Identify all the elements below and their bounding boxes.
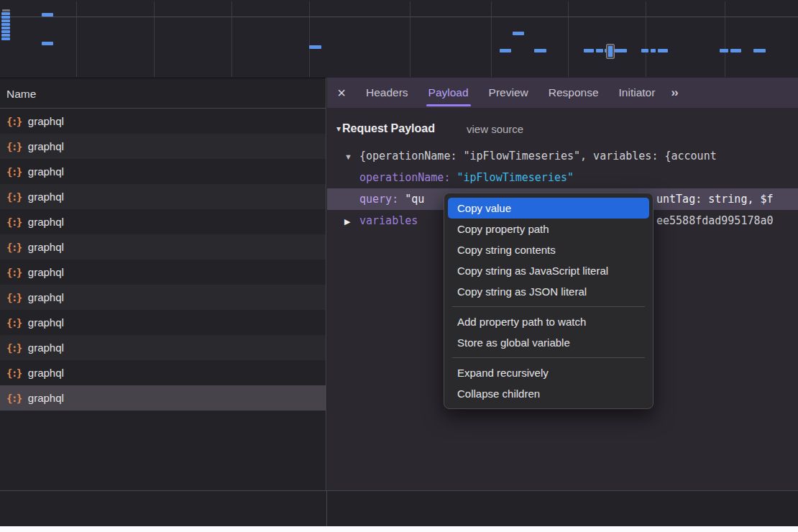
tab-payload[interactable]: Payload [418, 78, 479, 108]
menu-item-store-as-global-variable[interactable]: Store as global variable [448, 332, 649, 353]
request-row[interactable]: {:}graphql [0, 385, 326, 411]
json-braces-icon: {:} [6, 292, 22, 303]
request-row[interactable]: {:}graphql [0, 335, 326, 360]
grid-line-vertical [76, 1, 77, 77]
json-braces-icon: {:} [6, 367, 22, 379]
waterfall-overview[interactable] [0, 0, 798, 78]
property-value: "ipFlowTimeseries" [457, 171, 574, 184]
request-payload-section-header[interactable]: ▾ Request Payload view source [327, 116, 798, 141]
json-braces-icon: {:} [6, 216, 22, 228]
grid-line-vertical [231, 1, 232, 77]
expand-arrow-icon[interactable]: ▶ [344, 211, 359, 231]
property-key: query: [359, 193, 398, 206]
tree-root-row[interactable]: ▼{operationName: "ipFlowTimeseries", var… [327, 145, 798, 167]
request-name: graphql [28, 316, 64, 329]
json-braces-icon: {:} [6, 393, 22, 404]
waterfall-bar [1, 16, 10, 19]
tab-response[interactable]: Response [538, 78, 609, 108]
request-name: graphql [28, 266, 64, 278]
waterfall-bar [500, 49, 511, 52]
waterfall-bar [1, 19, 10, 22]
waterfall-bar [1, 34, 10, 37]
json-braces-icon: {:} [6, 342, 22, 354]
tab-headers[interactable]: Headers [356, 78, 418, 108]
waterfall-bar [651, 49, 656, 52]
request-name: graphql [28, 191, 64, 203]
grid-line-vertical [154, 1, 155, 77]
request-row[interactable]: {:}graphql [0, 260, 326, 285]
waterfall-bar [1, 30, 10, 33]
waterfall-bar [42, 42, 53, 45]
expand-arrow-icon[interactable]: ▼ [344, 146, 359, 167]
waterfall-bar [513, 32, 524, 35]
request-row[interactable]: {:}graphql [0, 360, 326, 385]
waterfall-bar [753, 49, 766, 52]
request-rows: {:}graphql{:}graphql{:}graphql{:}graphql… [0, 109, 326, 411]
json-braces-icon: {:} [6, 141, 22, 152]
menu-item-add-property-path-to-watch[interactable]: Add property path to watch [448, 311, 649, 332]
request-row[interactable]: {:}graphql [0, 184, 326, 209]
tab-preview[interactable]: Preview [479, 78, 538, 108]
network-request-list: Name {:}graphql{:}graphql{:}graphql{:}gr… [0, 78, 326, 490]
grid-line-vertical [646, 1, 646, 77]
request-name: graphql [28, 291, 64, 303]
menu-item-copy-string-as-json-literal[interactable]: Copy string as JSON literal [448, 281, 649, 302]
column-header-name[interactable]: Name [0, 78, 326, 109]
panel-divider [326, 491, 327, 527]
request-name: graphql [28, 165, 64, 178]
menu-item-copy-property-path[interactable]: Copy property path [448, 219, 649, 239]
menu-item-copy-value[interactable]: Copy value [448, 198, 649, 219]
waterfall-bar [42, 13, 53, 17]
page-background-strip [0, 526, 798, 532]
devtools-network-panel: Name {:}graphql{:}graphql{:}graphql{:}gr… [0, 0, 798, 532]
request-row[interactable]: {:}graphql [0, 134, 326, 159]
json-braces-icon: {:} [6, 267, 22, 278]
menu-item-copy-string-contents[interactable]: Copy string contents [448, 239, 649, 260]
waterfall-bar [720, 49, 728, 52]
request-row[interactable]: {:}graphql [0, 285, 326, 310]
waterfall-bar [658, 49, 668, 52]
menu-separator [452, 357, 645, 358]
waterfall-bar [730, 49, 741, 52]
waterfall-bar [1, 27, 10, 29]
detail-tab-bar: × HeadersPayloadPreviewResponseInitiator… [327, 78, 798, 108]
menu-item-copy-string-as-javascript-literal[interactable]: Copy string as JavaScript literal [448, 260, 649, 281]
menu-item-expand-recursively[interactable]: Expand recursively [448, 362, 649, 383]
menu-item-collapse-children[interactable]: Collapse children [448, 383, 649, 404]
request-name: graphql [28, 341, 64, 354]
json-braces-icon: {:} [6, 191, 22, 203]
waterfall-bar [1, 37, 10, 40]
tab-initiator[interactable]: Initiator [609, 78, 666, 108]
json-braces-icon: {:} [6, 317, 22, 329]
json-braces-icon: {:} [6, 116, 22, 127]
waterfall-bar [608, 46, 613, 57]
section-title: Request Payload [342, 122, 435, 135]
waterfall-bar [534, 49, 546, 52]
property-key: operationName: [359, 171, 450, 184]
detail-tabs: HeadersPayloadPreviewResponseInitiator [356, 78, 665, 108]
json-braces-icon: {:} [6, 166, 22, 178]
close-icon[interactable]: × [327, 85, 356, 101]
request-row[interactable]: {:}graphql [0, 159, 326, 184]
more-tabs-icon[interactable]: ›› [671, 86, 677, 100]
waterfall-bar [584, 49, 594, 52]
grid-line-vertical [568, 1, 569, 77]
request-row[interactable]: {:}graphql [0, 310, 326, 335]
collapse-triangle-icon: ▾ [336, 124, 341, 134]
request-row[interactable]: {:}graphql [0, 109, 326, 134]
property-value-continued: untTag: string, $f [656, 188, 774, 210]
view-source-link[interactable]: view source [467, 123, 523, 135]
waterfall-bar [2, 9, 10, 12]
request-row[interactable]: {:}graphql [0, 234, 326, 260]
grid-line-vertical [491, 1, 492, 77]
json-braces-icon: {:} [6, 242, 22, 253]
tree-row-operation-name[interactable]: operationName: "ipFlowTimeseries" [327, 167, 798, 188]
grid-line-vertical [725, 1, 725, 77]
request-row[interactable]: {:}graphql [0, 209, 326, 234]
waterfall-bar [641, 49, 648, 52]
waterfall-bar [1, 12, 10, 15]
request-name: graphql [28, 241, 64, 253]
context-menu: Copy valueCopy property pathCopy string … [444, 193, 653, 409]
waterfall-bar [1, 23, 10, 26]
menu-separator [452, 306, 645, 307]
